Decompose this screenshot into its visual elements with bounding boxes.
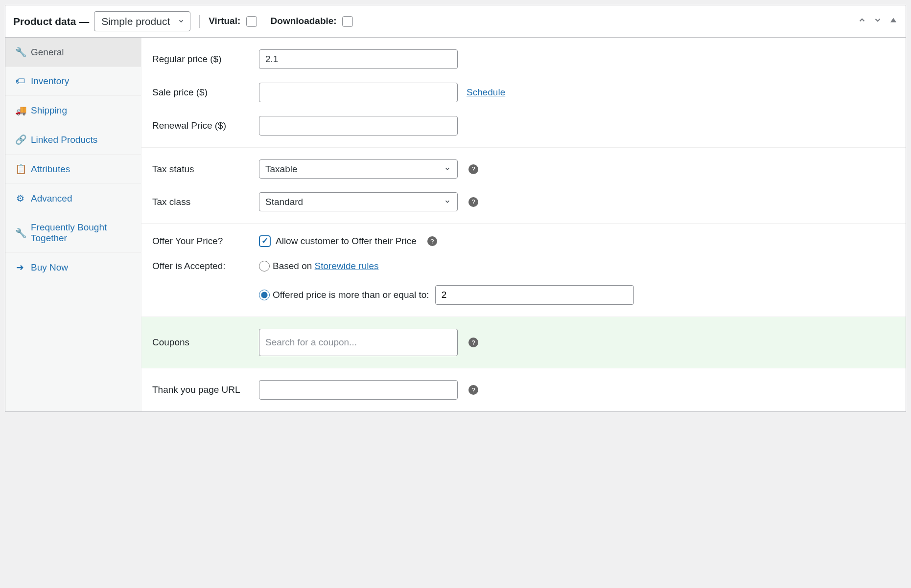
tab-label: Frequently Bought Together — [31, 222, 131, 244]
truck-icon: 🚚 — [15, 105, 25, 116]
gear-icon: ⚙ — [15, 193, 25, 204]
schedule-link[interactable]: Schedule — [467, 87, 505, 98]
tab-label: General — [31, 47, 64, 58]
section-pricing: Regular price ($) Sale price ($) Schedul… — [141, 38, 906, 148]
downloadable-checkbox[interactable] — [342, 16, 353, 27]
row-coupons: Coupons ? — [141, 322, 906, 363]
tab-linked-products[interactable]: 🔗 Linked Products — [5, 125, 141, 155]
radio-offered-gte[interactable] — [259, 290, 270, 300]
coupons-label: Coupons — [152, 337, 259, 348]
radio-based-on-storewide: Based on Storewide rules — [259, 261, 634, 271]
panel-body: 🔧 General 🏷 Inventory 🚚 Shipping 🔗 Linke… — [5, 38, 906, 411]
tab-label: Buy Now — [31, 262, 68, 273]
tab-label: Inventory — [31, 76, 69, 87]
storewide-rules-link[interactable]: Storewide rules — [315, 261, 379, 271]
offer-accepted-label: Offer is Accepted: — [152, 261, 259, 271]
row-renewal-price: Renewal Price ($) — [141, 109, 906, 142]
collapse-icon[interactable] — [889, 16, 898, 27]
section-tax: Tax status Taxable ? Tax class Standard — [141, 148, 906, 224]
tab-shipping[interactable]: 🚚 Shipping — [5, 96, 141, 125]
help-icon[interactable]: ? — [468, 197, 478, 207]
divider — [199, 15, 200, 28]
tab-frequently-bought[interactable]: 🔧 Frequently Bought Together — [5, 213, 141, 253]
row-tax-status: Tax status Taxable ? — [141, 153, 906, 185]
allow-offer-label: Allow customer to Offer their Price — [276, 236, 417, 247]
virtual-checkbox[interactable] — [246, 16, 257, 27]
row-thankyou: Thank you page URL ? — [141, 373, 906, 407]
wrench-icon: 🔧 — [15, 46, 25, 58]
thankyou-label: Thank you page URL — [152, 384, 259, 395]
move-down-icon[interactable] — [873, 16, 882, 27]
help-icon[interactable]: ? — [468, 338, 478, 347]
allow-offer-checkbox[interactable] — [259, 235, 271, 247]
downloadable-label: Downloadable: — [271, 16, 337, 26]
sale-price-input[interactable] — [259, 83, 458, 102]
renewal-price-input[interactable] — [259, 116, 458, 136]
coupons-input[interactable] — [259, 329, 458, 356]
sidebar: 🔧 General 🏷 Inventory 🚚 Shipping 🔗 Linke… — [5, 38, 141, 411]
content: Regular price ($) Sale price ($) Schedul… — [141, 38, 906, 411]
header-checkboxes: Virtual: Downloadable: — [209, 16, 353, 27]
help-icon[interactable]: ? — [468, 164, 478, 174]
link-icon: 🔗 — [15, 134, 25, 145]
sale-price-label: Sale price ($) — [152, 87, 259, 98]
panel-title: Product data — — [13, 16, 89, 27]
tax-class-label: Tax class — [152, 197, 259, 207]
row-sale-price: Sale price ($) Schedule — [141, 76, 906, 109]
tab-label: Shipping — [31, 105, 67, 116]
row-regular-price: Regular price ($) — [141, 43, 906, 76]
tab-advanced[interactable]: ⚙ Advanced — [5, 184, 141, 213]
section-coupons: Coupons ? — [141, 317, 906, 368]
section-offer: Offer Your Price? Allow customer to Offe… — [141, 224, 906, 317]
offer-your-price-label: Offer Your Price? — [152, 236, 259, 247]
radio-offered-price: Offered price is more than or equal to: — [259, 285, 634, 305]
row-offer-accepted: Offer is Accepted: Based on Storewide ru… — [141, 254, 906, 312]
tax-status-label: Tax status — [152, 164, 259, 175]
svg-marker-0 — [890, 18, 896, 23]
panel-toggles — [858, 16, 898, 27]
wrench-icon: 🔧 — [15, 227, 25, 239]
tax-class-select[interactable]: Standard — [259, 192, 458, 211]
panel-header: Product data — Simple product Virtual: D… — [5, 5, 906, 38]
radio-label-offered: Offered price is more than or equal to: — [273, 290, 429, 300]
radio-storewide[interactable] — [259, 261, 270, 271]
help-icon[interactable]: ? — [468, 385, 478, 395]
arrow-circle-icon: ➜ — [15, 262, 25, 273]
virtual-label: Virtual: — [209, 16, 240, 26]
tab-attributes[interactable]: 📋 Attributes — [5, 155, 141, 184]
tab-label: Advanced — [31, 193, 72, 204]
tab-label: Attributes — [31, 164, 70, 175]
product-data-panel: Product data — Simple product Virtual: D… — [5, 5, 906, 412]
regular-price-input[interactable] — [259, 49, 458, 69]
row-offer-your-price: Offer Your Price? Allow customer to Offe… — [141, 228, 906, 254]
move-up-icon[interactable] — [858, 16, 866, 27]
radio-label-based: Based on — [273, 261, 315, 271]
product-type-select[interactable]: Simple product — [94, 11, 190, 31]
renewal-price-label: Renewal Price ($) — [152, 120, 259, 131]
thankyou-input[interactable] — [259, 380, 458, 400]
tab-label: Linked Products — [31, 135, 97, 145]
offered-price-input[interactable] — [435, 285, 634, 305]
help-icon[interactable]: ? — [427, 236, 437, 246]
tab-inventory[interactable]: 🏷 Inventory — [5, 67, 141, 96]
tax-status-select[interactable]: Taxable — [259, 159, 458, 179]
list-icon: 📋 — [15, 163, 25, 175]
tab-general[interactable]: 🔧 General — [5, 38, 141, 67]
row-tax-class: Tax class Standard ? — [141, 185, 906, 218]
section-thankyou: Thank you page URL ? — [141, 368, 906, 411]
tag-icon: 🏷 — [15, 76, 25, 87]
regular-price-label: Regular price ($) — [152, 54, 259, 65]
tab-buy-now[interactable]: ➜ Buy Now — [5, 253, 141, 282]
